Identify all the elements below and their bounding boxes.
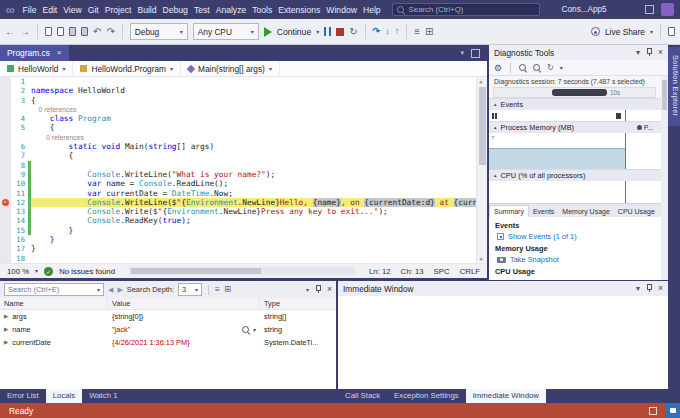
continue-play-icon[interactable] [264, 27, 272, 37]
zoom-in-icon[interactable] [519, 64, 527, 72]
menu-view[interactable]: View [60, 3, 84, 17]
breakpoint-margin[interactable] [0, 96, 11, 105]
breakpoint-margin[interactable] [0, 151, 11, 160]
stop-debugging-icon[interactable] [336, 28, 344, 36]
expand-icon[interactable]: ▶ [4, 327, 8, 333]
events-section-header[interactable]: ▴ Events [489, 98, 668, 110]
pin-icon[interactable] [646, 284, 652, 293]
window-split-icon[interactable] [471, 49, 480, 58]
breadcrumb-class[interactable]: HelloWorld.Program ▾ [73, 61, 181, 76]
scroll-up-icon[interactable]: ▲ [480, 78, 483, 84]
feedback-icon[interactable] [668, 27, 675, 36]
new-file-icon[interactable] [45, 27, 52, 36]
undo-icon[interactable]: ↶ [93, 27, 101, 37]
breakpoint-margin[interactable] [0, 216, 11, 225]
bottom-tab-call-stack[interactable]: Call Stack [338, 389, 387, 403]
code-line[interactable]: 11 var currentDate = DateTime.Now; [0, 189, 487, 198]
chevron-down-icon[interactable]: ▾ [306, 287, 309, 293]
breakpoint-margin[interactable] [0, 123, 11, 132]
breakpoint-margin[interactable] [0, 142, 11, 151]
expand-icon[interactable]: ▶ [4, 340, 8, 346]
menu-tools[interactable]: Tools [249, 3, 275, 17]
breadcrumb-project[interactable]: HelloWorld ▾ [0, 61, 73, 76]
code-line[interactable]: 17} [0, 244, 487, 253]
menu-debug[interactable]: Debug [160, 3, 191, 17]
diagnostic-scrollbar[interactable] [661, 76, 668, 280]
tab-cpu-usage[interactable]: CPU Usage [614, 206, 659, 217]
search-depth-dropdown[interactable]: 3 ▾ [178, 283, 202, 296]
account-avatar[interactable] [661, 3, 674, 16]
code-line[interactable]: 2namespace HelloWorld [0, 86, 487, 95]
close-icon[interactable]: × [327, 285, 332, 294]
breakpoint-margin[interactable] [0, 161, 11, 170]
menu-git[interactable]: Git [85, 3, 102, 17]
close-icon[interactable]: × [658, 48, 663, 57]
code-line[interactable]: 1 [0, 77, 487, 86]
breakpoint-margin[interactable] [0, 179, 11, 188]
cpu-section-header[interactable]: ▴ CPU (% of all processors) [489, 169, 668, 181]
notifications-icon[interactable] [645, 5, 654, 14]
scrollbar-thumb[interactable] [131, 268, 261, 274]
chevron-down-icon[interactable]: ▾ [636, 48, 640, 57]
solution-configuration-dropdown[interactable]: Debug ▾ [130, 23, 188, 40]
show-events-link[interactable]: Show Events (1 of 1) [497, 232, 662, 241]
chevron-down-icon[interactable]: ▾ [460, 49, 464, 57]
code-line[interactable]: 3{ [0, 96, 487, 105]
close-icon[interactable]: × [658, 284, 663, 293]
save-icon[interactable] [69, 27, 76, 36]
redo-icon[interactable]: ↷ [106, 27, 114, 37]
continue-button[interactable]: Continue [277, 27, 311, 37]
codelens-references[interactable]: 0 references [31, 133, 487, 142]
breakpoint-margin[interactable] [0, 105, 11, 114]
editor-vertical-scrollbar[interactable]: ▲ ▼ [476, 77, 487, 263]
pin-icon[interactable] [646, 48, 652, 57]
menu-window[interactable]: Window [323, 3, 360, 17]
solution-explorer-collapsed-tab[interactable]: Solution Explorer [668, 47, 680, 126]
breakpoint-margin[interactable] [0, 198, 11, 207]
locals-search-input[interactable]: Search (Ctrl+E) ▾ [4, 283, 104, 296]
gear-icon[interactable]: ⚙ [494, 63, 502, 73]
breakpoint-margin[interactable] [0, 133, 11, 142]
code-line[interactable]: 0 references [0, 133, 487, 142]
codelens-references[interactable]: 0 references [31, 105, 487, 114]
locals-row-currentDate[interactable]: ▶currentDate{4/26/2021 1:36:13 PM}System… [0, 336, 336, 349]
reset-view-icon[interactable]: ↻ [547, 64, 554, 72]
chevron-down-icon[interactable]: ▾ [253, 327, 256, 333]
chevron-down-icon[interactable]: ▾ [650, 29, 653, 35]
zoom-level-dropdown[interactable]: 100 % [7, 267, 29, 276]
close-icon[interactable]: × [57, 49, 62, 57]
breakpoint-margin[interactable] [0, 170, 11, 179]
breakpoint-margin[interactable] [0, 254, 11, 263]
navigate-forward-icon[interactable]: → [20, 27, 30, 37]
code-area[interactable]: 12namespace HelloWorld3{ 0 references4 c… [0, 77, 487, 263]
breakpoint-margin[interactable] [0, 114, 11, 123]
navigate-back-icon[interactable]: ← [5, 27, 15, 37]
code-line[interactable]: 12 Console.WriteLine($"{Environment.NewL… [0, 198, 487, 207]
tab-memory-usage[interactable]: Memory Usage [558, 206, 613, 217]
variable-value[interactable]: {4/26/2021 1:36:13 PM} [112, 338, 190, 347]
code-line[interactable]: 10 var name = Console.ReadLine(); [0, 179, 487, 188]
column-header-name[interactable]: Name [0, 298, 108, 309]
code-line[interactable]: 18 [0, 254, 487, 263]
chevron-down-icon[interactable]: ▾ [316, 29, 319, 35]
menu-analyze[interactable]: Analyze [213, 3, 250, 17]
code-line[interactable]: 9 Console.WriteLine("What is your name?"… [0, 170, 487, 179]
quick-search-box[interactable]: Search (Ctrl+Q) [392, 3, 540, 16]
cpu-chart[interactable] [489, 181, 668, 203]
breakpoint-margin[interactable] [0, 77, 11, 86]
code-line[interactable]: 15 } [0, 226, 487, 235]
list-icon[interactable]: ≡ [414, 27, 420, 37]
current-statement-breakpoint-icon[interactable] [2, 199, 9, 206]
bottom-tab-watch-1[interactable]: Watch 1 [82, 389, 124, 403]
save-all-icon[interactable] [81, 27, 88, 36]
search-next-icon[interactable]: ▶ [117, 286, 122, 293]
open-file-icon[interactable] [57, 27, 64, 36]
menu-file[interactable]: File [20, 3, 40, 17]
variable-value[interactable]: "jack" [112, 325, 130, 334]
timeline-ruler[interactable]: 10s [493, 87, 656, 98]
breakpoint-margin[interactable] [0, 235, 11, 244]
tab-events[interactable]: Events [529, 206, 558, 217]
immediate-window-input-area[interactable] [338, 296, 668, 389]
tab-program-cs[interactable]: Program.cs × [0, 45, 69, 61]
variable-value[interactable]: {string[0]} [112, 312, 143, 321]
